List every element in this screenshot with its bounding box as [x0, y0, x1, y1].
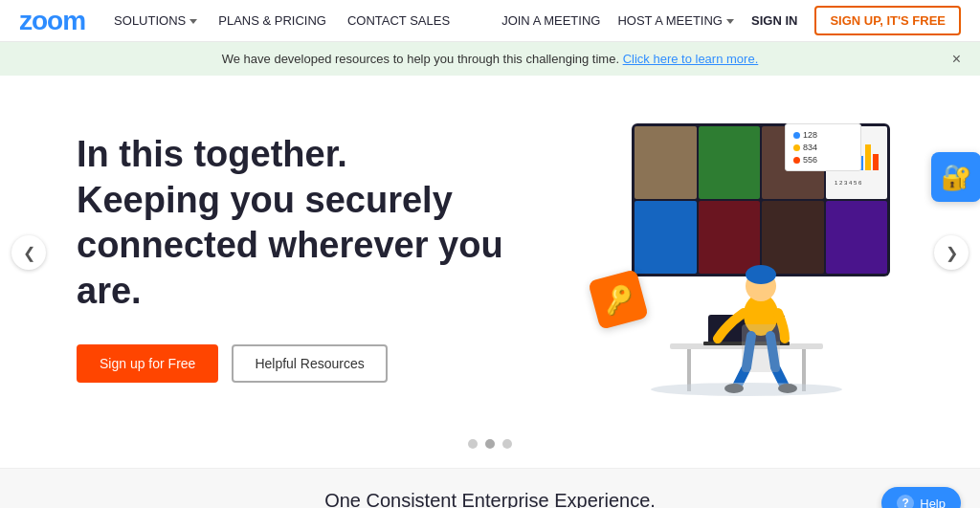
help-button[interactable]: ? Help	[881, 487, 961, 508]
carousel-prev-button[interactable]: ❮	[11, 235, 46, 270]
nav-join[interactable]: JOIN A MEETING	[501, 13, 600, 28]
illustration: 1 2 3 4 5 6 128 834	[574, 114, 976, 401]
bottom-section: One Consistent Enterprise Experience. ? …	[0, 468, 980, 508]
hero-content: In this together. Keeping you securely c…	[77, 132, 574, 383]
svg-rect-4	[865, 144, 871, 170]
svg-rect-17	[742, 324, 780, 372]
signup-button[interactable]: SIGN UP, IT'S FREE	[814, 6, 961, 35]
avatar-cell	[635, 126, 697, 199]
svg-point-14	[746, 265, 776, 284]
nav-signin[interactable]: SIGN IN	[751, 13, 797, 28]
avatar-cell	[699, 126, 761, 199]
carousel-dot-1[interactable]	[468, 439, 478, 449]
navbar: zoom SOLUTIONS PLANS & PRICING CONTACT S…	[0, 0, 980, 42]
hero-title: In this together. Keeping you securely c…	[77, 132, 574, 314]
nav-plans[interactable]: PLANS & PRICING	[218, 13, 326, 28]
legend-item-2: 834	[793, 143, 853, 152]
carousel-dots	[0, 430, 980, 468]
announcement-banner: We have developed resources to help you …	[0, 42, 980, 76]
hero-section: ❮ In this together. Keeping you securely…	[0, 76, 980, 430]
nav-host[interactable]: HOST A MEETING	[617, 13, 734, 28]
chevron-down-icon	[189, 19, 197, 24]
signup-free-button[interactable]: Sign up for Free	[77, 344, 218, 383]
svg-text:1 2 3 4 5 6: 1 2 3 4 5 6	[835, 180, 862, 186]
banner-close-button[interactable]: ×	[952, 52, 961, 67]
nav-contact[interactable]: CONTACT SALES	[347, 13, 450, 28]
svg-rect-5	[873, 154, 879, 170]
banner-link[interactable]: Click here to learn more.	[623, 52, 759, 66]
help-icon: ?	[897, 495, 914, 508]
legend-item-1: 128	[793, 130, 853, 140]
zoom-logo[interactable]: zoom	[19, 6, 85, 36]
chevron-down-icon	[726, 19, 734, 24]
shadow-ellipse	[651, 383, 842, 396]
carousel-next-button[interactable]: ❯	[934, 235, 969, 270]
person-illustration	[651, 229, 842, 401]
helpful-resources-button[interactable]: Helpful Resources	[232, 344, 387, 383]
hero-illustration: 1 2 3 4 5 6 128 834	[574, 104, 976, 410]
banner-text: We have developed resources to help you …	[222, 52, 759, 66]
carousel-dot-3[interactable]	[502, 439, 512, 449]
nav-solutions[interactable]: SOLUTIONS	[114, 13, 197, 28]
nav-left-links: SOLUTIONS PLANS & PRICING CONTACT SALES	[114, 13, 501, 28]
lock-icon: 🔐	[931, 152, 980, 202]
chart-legend-panel: 128 834 556	[785, 123, 861, 171]
key-icon: 🔑	[588, 269, 649, 330]
enterprise-text: One Consistent Enterprise Experience.	[324, 490, 656, 508]
legend-item-3: 556	[793, 155, 853, 165]
help-label: Help	[920, 497, 946, 509]
carousel-dot-2[interactable]	[485, 439, 495, 449]
nav-right-links: JOIN A MEETING HOST A MEETING SIGN IN SI…	[501, 6, 961, 35]
hero-buttons: Sign up for Free Helpful Resources	[77, 344, 574, 383]
